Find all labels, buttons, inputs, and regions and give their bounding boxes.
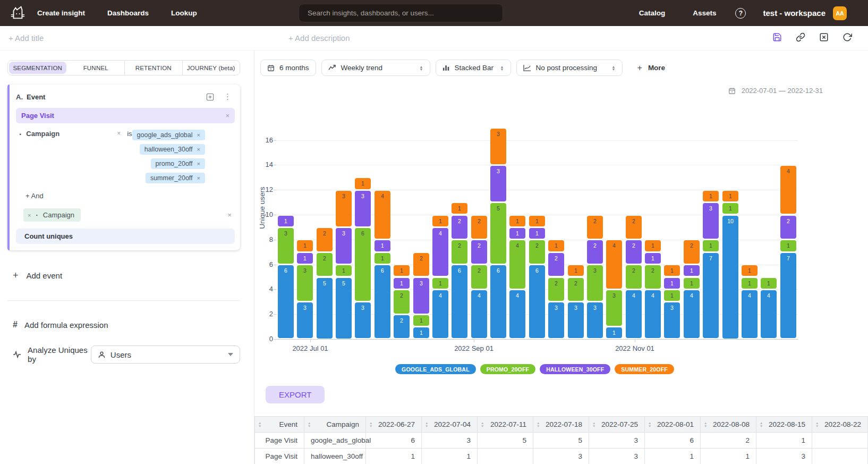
sort-icon[interactable]: ▲▼ [537,421,540,427]
bar-segment[interactable]: 5 [317,278,333,339]
sort-icon[interactable]: ▲▼ [592,421,595,427]
remove-breakdown-icon[interactable]: × [28,212,31,218]
nav-item-dashboards[interactable]: Dashboards [107,9,149,17]
add-description-button[interactable]: + Add description [288,33,350,43]
bar-segment[interactable]: 2 [587,240,603,264]
bar-segment[interactable]: 4 [606,240,622,289]
remove-tag-icon[interactable]: × [197,161,200,167]
bar-segment[interactable]: 2 [587,216,603,239]
help-icon[interactable]: ? [735,8,746,19]
bar-segment[interactable]: 1 [761,278,777,289]
bar-segment[interactable]: 1 [722,191,738,201]
bar-segment[interactable]: 1 [432,216,448,226]
bar-segment[interactable]: 2 [568,278,584,301]
event-menu-icon[interactable]: ⋮ [224,92,232,102]
bar-segment[interactable]: 1 [413,327,429,338]
sort-icon[interactable]: ▲▼ [369,421,372,427]
bar-segment[interactable]: 3 [336,228,352,264]
event-name[interactable]: Page Visit [21,112,54,120]
close-square-icon[interactable] [819,32,829,42]
more-button[interactable]: + More [637,60,666,76]
legend-pill-promo-20off[interactable]: PROMO_20OFF [480,364,535,374]
filter-value-tag[interactable]: summer_20off× [146,173,205,183]
bar-segment[interactable]: 2 [452,216,467,239]
bar-segment[interactable]: 4 [780,166,796,214]
sort-icon[interactable]: ▲▼ [481,421,484,427]
search-input[interactable] [299,4,503,22]
bar-segment[interactable]: 1 [355,178,371,189]
add-and-filter-button[interactable]: + And [25,192,235,200]
bar-segment[interactable]: 4 [432,228,448,276]
bar-segment[interactable]: 2 [548,253,564,276]
bar-segment[interactable]: 2 [548,278,564,301]
bar-segment[interactable]: 2 [645,265,661,289]
filter-value-tag[interactable]: promo_20off× [151,158,205,169]
bar-segment[interactable]: 3 [587,265,603,301]
legend-pill-summer-20off[interactable]: SUMMER_20OFF [615,364,674,374]
add-title-button[interactable]: + Add title [8,33,44,43]
tab-segmentation[interactable]: SEGMENTATION [9,62,66,74]
bar-segment[interactable]: 4 [509,240,525,289]
bar-segment[interactable]: 2 [317,228,333,251]
tab-retention[interactable]: RETENTION [124,61,182,75]
bar-segment[interactable]: 1 [684,278,700,289]
bar-segment[interactable]: 3 [664,302,680,338]
table-header-campaign[interactable]: ▲▼Campaign [304,417,366,433]
bar-segment[interactable]: 2 [684,240,700,264]
bar-segment[interactable]: 3 [568,302,584,338]
sort-icon[interactable]: ▲▼ [704,421,707,427]
bar-segment[interactable]: 1 [664,278,680,289]
sort-icon[interactable]: ▲▼ [308,421,311,427]
bar-segment[interactable]: 2 [471,265,487,289]
workspace-name[interactable]: test - workspace [763,9,826,18]
table-header-2022-07-04[interactable]: ▲▼2022-07-04 [422,417,478,433]
bar-segment[interactable]: 3 [297,302,313,338]
bar-segment[interactable]: 5 [336,278,352,339]
bar-segment[interactable]: 1 [394,265,410,276]
bar-segment[interactable]: 4 [375,191,390,239]
table-header-2022-07-25[interactable]: ▲▼2022-07-25 [589,417,645,433]
post-processing-select[interactable]: No post processing ▲▼ [516,60,623,76]
bar-segment[interactable]: 1 [742,265,758,276]
bar-segment[interactable]: 1 [664,290,680,301]
bar-segment[interactable]: 4 [471,290,487,339]
export-button[interactable]: EXPORT [266,386,325,403]
bar-segment[interactable]: 2 [394,290,410,314]
bar-segment[interactable]: 7 [703,253,719,339]
chart-type-select[interactable]: Stacked Bar ▲▼ [436,60,511,76]
bar-segment[interactable]: 1 [703,191,719,201]
bar-segment[interactable]: 3 [490,129,506,164]
sort-icon[interactable]: ▲▼ [648,421,651,427]
bar-segment[interactable]: 4 [742,290,758,339]
bar-segment[interactable]: 1 [509,228,525,239]
bar-segment[interactable]: 3 [703,203,719,239]
bar-segment[interactable]: 2 [413,253,429,276]
sort-icon[interactable]: ▲▼ [760,421,763,427]
cat-logo[interactable] [10,5,25,21]
bar-segment[interactable]: 2 [471,216,487,239]
analyze-by-select[interactable]: Users [91,345,240,364]
bar-segment[interactable]: 6 [452,265,467,338]
bar-segment[interactable]: 4 [432,290,448,339]
bar-segment[interactable]: 1 [336,265,352,276]
bar-segment[interactable]: 1 [529,228,545,239]
remove-event-icon[interactable]: × [225,112,229,120]
bar-segment[interactable]: 3 [355,302,371,338]
table-header-2022-06-27[interactable]: ▲▼2022-06-27 [366,417,422,433]
bar-segment[interactable]: 6 [375,265,390,338]
bar-segment[interactable]: 3 [587,302,603,338]
breakdown-chip[interactable]: × · Campaign [23,208,81,222]
bar-segment[interactable]: 1 [297,240,313,251]
bar-segment[interactable]: 4 [626,290,642,339]
bar-segment[interactable]: 1 [375,253,390,264]
bar-segment[interactable]: 2 [471,240,487,264]
bar-segment[interactable]: 2 [626,240,642,264]
bar-segment[interactable]: 1 [780,240,796,251]
bar-segment[interactable]: 6 [529,265,545,338]
date-range-button[interactable]: 6 months [260,60,316,76]
bar-segment[interactable]: 1 [278,216,294,226]
bar-segment[interactable]: 1 [452,203,467,214]
table-header-2022-07-18[interactable]: ▲▼2022-07-18 [533,417,589,433]
bar-segment[interactable]: 3 [413,278,429,314]
bar-segment[interactable]: 1 [394,278,410,289]
